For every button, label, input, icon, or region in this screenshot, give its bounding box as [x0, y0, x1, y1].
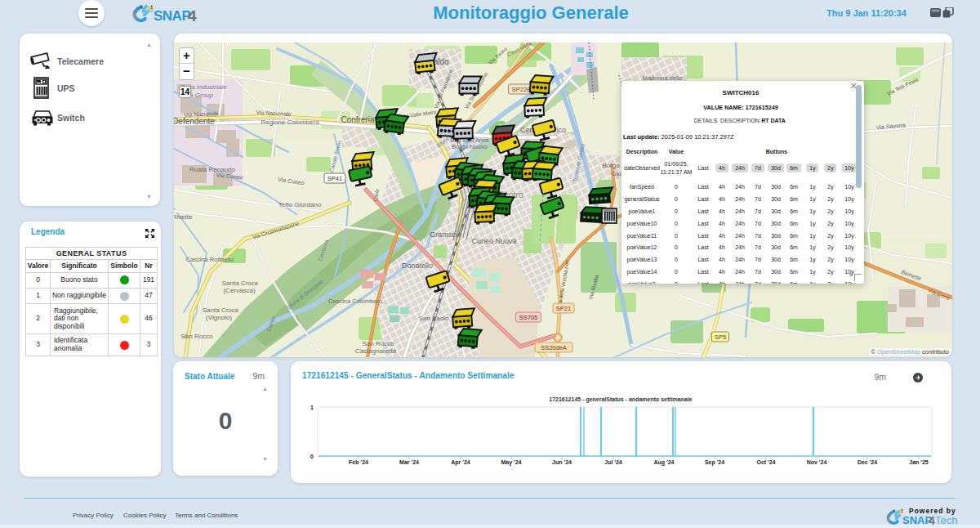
svg-text:Ruata Renaudo: Ruata Renaudo	[189, 166, 236, 173]
svg-text:Apr '24: Apr '24	[451, 459, 470, 466]
svg-text:Tetto Giordano: Tetto Giordano	[278, 201, 322, 208]
svg-text:Gramsci: Gramsci	[430, 230, 457, 239]
svg-text:San Rocco: San Rocco	[180, 333, 213, 340]
svg-text:Cascina Colombaro: Cascina Colombaro	[328, 298, 382, 305]
svg-text:Sep '24: Sep '24	[705, 459, 724, 466]
svg-text:Castagnaretta: Castagnaretta	[355, 347, 397, 355]
svg-text:Borgo Nuovo: Borgo Nuovo	[452, 143, 488, 150]
svg-text:Santa Croce: Santa Croce	[222, 280, 259, 287]
svg-text:Jun '24: Jun '24	[552, 459, 572, 465]
svg-text:San Rocco: San Rocco	[362, 340, 394, 347]
svg-text:0: 0	[310, 454, 314, 459]
svg-text:Donatello: Donatello	[402, 262, 433, 270]
svg-text:SP21: SP21	[556, 305, 571, 312]
svg-text:San Paolo: San Paolo	[419, 315, 449, 322]
svg-text:(Cervasca): (Cervasca)	[223, 287, 255, 294]
svg-text:SP41: SP41	[327, 175, 342, 182]
svg-text:May '24: May '24	[501, 459, 521, 466]
svg-text:Regione Colombero: Regione Colombero	[261, 119, 319, 126]
svg-text:Jul '24: Jul '24	[604, 459, 622, 465]
svg-text:Defendente: Defendente	[174, 117, 215, 126]
svg-text:Feb '24: Feb '24	[349, 459, 368, 465]
svg-text:SP5: SP5	[715, 333, 726, 341]
svg-text:Aug '24: Aug '24	[653, 459, 674, 466]
svg-text:1721612145 - generalStatus - a: 1721612145 - generalStatus - andamento s…	[549, 396, 693, 403]
svg-text:Oct '24: Oct '24	[756, 459, 775, 465]
svg-text:Rivette: Rivette	[174, 213, 193, 221]
svg-text:Mar '24: Mar '24	[399, 459, 419, 465]
svg-text:Jan '25: Jan '25	[909, 459, 929, 465]
svg-text:Dec '24: Dec '24	[858, 459, 877, 465]
svg-text:1: 1	[310, 405, 314, 410]
svg-text:SP228: SP228	[512, 86, 531, 93]
svg-text:SS20dirA: SS20dirA	[541, 344, 567, 351]
svg-text:Confreria: Confreria	[341, 115, 375, 124]
svg-text:Cascina Rottasso: Cascina Rottasso	[186, 256, 234, 263]
svg-text:Santa Croce: Santa Croce	[203, 307, 239, 314]
svg-text:Cuneo Nuova: Cuneo Nuova	[471, 237, 516, 245]
svg-text:(Vignolo): (Vignolo)	[206, 314, 232, 321]
svg-text:Nov '24: Nov '24	[807, 459, 827, 465]
svg-text:SS705: SS705	[519, 314, 538, 321]
